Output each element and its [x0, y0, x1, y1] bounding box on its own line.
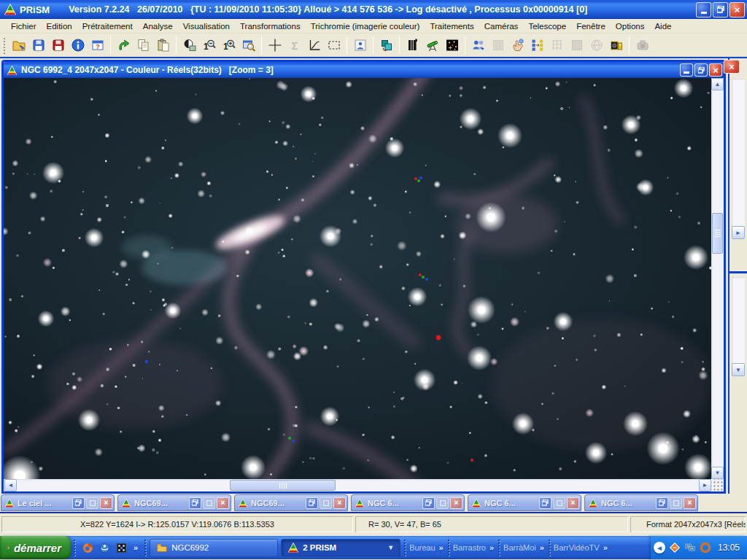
scroll-right-icon[interactable]: ►	[699, 479, 711, 491]
zoom-out-button[interactable]: 1	[199, 36, 219, 55]
menu-visualisation[interactable]: Visualisation	[178, 20, 235, 32]
background-scroll-track[interactable]	[732, 277, 745, 363]
deskband-barra-moi[interactable]: BarràMoi	[503, 543, 536, 552]
deskband-grip[interactable]	[498, 539, 500, 556]
minimize-button[interactable]	[696, 2, 711, 18]
tab-close-button[interactable]: ×	[333, 497, 346, 509]
scroll-down-icon[interactable]: ▼	[711, 467, 724, 479]
menu-edition[interactable]: Edition	[42, 20, 77, 32]
network-icon[interactable]	[684, 542, 696, 553]
tab-maximize-button[interactable]	[320, 497, 332, 509]
zoom-window-button[interactable]	[239, 36, 258, 55]
scroll-up-icon[interactable]: ▲	[711, 78, 724, 90]
histogram-button[interactable]	[403, 36, 422, 55]
task-group-prism[interactable]: 2 PRISM ▼	[281, 539, 400, 557]
taskbar-grip[interactable]	[144, 539, 147, 556]
deskband-overflow-icon[interactable]: »	[540, 543, 544, 552]
close-button[interactable]: ×	[729, 2, 745, 18]
tab-restore-button[interactable]	[189, 497, 201, 509]
menu-transformations[interactable]: Transformations	[235, 20, 306, 32]
align-blocks-button[interactable]	[527, 36, 547, 55]
deskband-barrastro[interactable]: Barrastro	[453, 543, 486, 552]
color-layers-button[interactable]	[376, 36, 396, 55]
tab-close-button[interactable]: ×	[684, 497, 696, 509]
background-scroll-down-icon[interactable]: ▼	[732, 363, 745, 376]
tab-restore-button[interactable]	[306, 497, 318, 509]
tab-maximize-button[interactable]	[553, 497, 565, 509]
menu-trichromie-imagerie-couleur[interactable]: Trichromie (imagerie couleur)	[306, 20, 425, 32]
restore-button[interactable]	[713, 2, 728, 18]
deskband-overflow-icon[interactable]: »	[489, 543, 494, 552]
deskband-grip[interactable]	[447, 539, 450, 556]
tab-restore-button[interactable]	[539, 497, 551, 509]
tab-restore-button[interactable]	[422, 497, 435, 509]
hand-edit-button[interactable]	[508, 36, 527, 55]
resize-grip[interactable]	[711, 479, 724, 491]
minimized-window-2[interactable]: NGC69...×	[117, 494, 231, 511]
deskband-grip[interactable]	[403, 539, 406, 556]
app-grid-icon[interactable]	[115, 542, 128, 554]
menu-options[interactable]: Options	[611, 20, 650, 32]
zoom-in-button[interactable]: 1	[219, 36, 239, 55]
menu-pre-traitement[interactable]: Prétraitement	[77, 20, 138, 32]
menu-analyse[interactable]: Analyse	[138, 20, 178, 32]
vertical-scroll-thumb[interactable]	[712, 213, 723, 254]
film-camera-button[interactable]	[606, 36, 626, 55]
image-canvas[interactable]	[4, 78, 711, 479]
image-info-button[interactable]	[68, 36, 88, 55]
deskband-overflow-icon[interactable]: »	[603, 543, 608, 552]
tab-maximize-button[interactable]	[670, 497, 682, 509]
horizontal-scroll-thumb[interactable]	[230, 480, 336, 491]
background-scroll-right-icon[interactable]: ►	[732, 226, 745, 239]
start-button[interactable]: démarrer	[0, 536, 71, 559]
minimized-window-6[interactable]: NGC 6...×	[584, 494, 698, 511]
menu-came-ras[interactable]: Caméras	[479, 20, 524, 32]
image-restore-button[interactable]	[694, 63, 708, 77]
deskband-barrvide-otv[interactable]: BarrVidéoTV	[554, 543, 600, 552]
toolbar-grip[interactable]	[2, 36, 6, 54]
menu-aide[interactable]: Aide	[649, 20, 676, 32]
tab-close-button[interactable]: ×	[450, 497, 462, 509]
tab-restore-button[interactable]	[72, 497, 85, 509]
paste-button[interactable]	[153, 36, 173, 55]
orange-diamond-icon[interactable]	[669, 542, 681, 553]
header-window-button[interactable]: ?	[88, 36, 107, 55]
menu-traitements[interactable]: Traitements	[425, 20, 479, 32]
image-close-button[interactable]: ×	[709, 63, 722, 77]
scroll-left-icon[interactable]: ◄	[4, 479, 17, 491]
taskbar-grip[interactable]	[73, 539, 76, 556]
deskband-overflow-icon[interactable]: »	[439, 543, 444, 552]
background-scroll-track[interactable]	[732, 79, 745, 226]
minimized-window-5[interactable]: NGC 6...×	[468, 494, 581, 511]
tab-restore-button[interactable]	[656, 497, 668, 509]
telescope-button[interactable]	[422, 36, 442, 55]
tab-maximize-button[interactable]	[436, 497, 449, 509]
copy-button[interactable]	[133, 36, 153, 55]
crosshair-button[interactable]	[265, 36, 285, 55]
select-rectangle-button[interactable]	[324, 36, 344, 55]
plot-profile-button[interactable]	[304, 36, 324, 55]
tab-close-button[interactable]: ×	[567, 497, 579, 509]
photometry-button[interactable]	[350, 36, 370, 55]
quick-launch-overflow-icon[interactable]: »	[133, 543, 138, 552]
image-minimize-button[interactable]	[680, 63, 693, 77]
deskband-bureau[interactable]: Bureau	[409, 543, 435, 552]
task-ngc6992[interactable]: NGC6992	[150, 539, 278, 557]
minimized-window-3[interactable]: NGC69...×	[234, 494, 348, 511]
firefox-icon[interactable]	[82, 542, 94, 554]
tab-close-button[interactable]: ×	[100, 497, 112, 509]
open-image-button[interactable]	[9, 36, 28, 55]
menu-telescope[interactable]: Telescope	[523, 20, 571, 32]
orange-ring-icon[interactable]	[700, 542, 711, 553]
visual-threshold-button[interactable]	[179, 36, 199, 55]
horizontal-scrollbar[interactable]: ◄ ►	[4, 479, 711, 491]
image-window-titlebar[interactable]: NGC 6992_4 2047x2047 - Couleur - Réels(3…	[4, 62, 724, 78]
deskband-grip[interactable]	[548, 539, 551, 556]
minimized-window-4[interactable]: NGC 6...×	[351, 494, 465, 511]
menu-fene-tre[interactable]: Fenêtre	[571, 20, 611, 32]
tab-close-button[interactable]: ×	[217, 497, 229, 509]
menu-fichier[interactable]: Fichier	[6, 20, 42, 32]
background-close-icon[interactable]: ×	[724, 60, 740, 74]
save-red-button[interactable]	[48, 36, 68, 55]
users-button[interactable]	[468, 36, 488, 55]
